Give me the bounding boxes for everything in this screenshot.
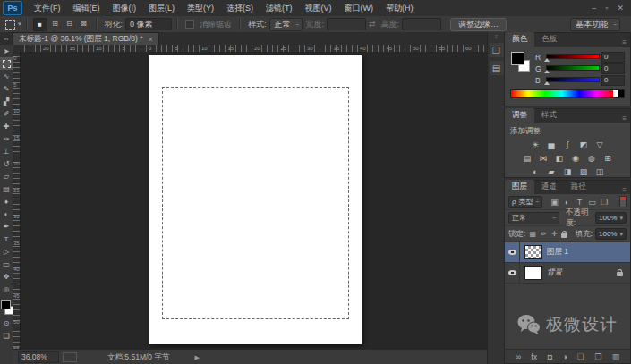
properties-panel-icon[interactable]: ▤ (490, 61, 504, 75)
lock-transparency-icon[interactable]: ▦ (528, 230, 537, 238)
menu-item[interactable]: 视图(V) (299, 0, 338, 16)
channel-slider[interactable] (546, 76, 598, 85)
layers-tab[interactable]: 图层 (505, 180, 534, 194)
rectangle-tool[interactable]: ▭ (0, 258, 13, 270)
gradient-map-icon[interactable]: ▨ (578, 166, 590, 177)
swap-dimensions-icon[interactable]: ⇄ (369, 20, 376, 29)
layer-thumbnail[interactable] (524, 245, 542, 259)
layer-thumbnail[interactable] (524, 266, 542, 280)
quick-mask-button[interactable]: ⊙ (0, 317, 13, 329)
slider-thumb-icon[interactable] (544, 81, 550, 85)
layer-style-icon[interactable]: fx (531, 352, 537, 361)
height-input[interactable] (402, 18, 441, 30)
crop-tool[interactable]: ▞ (0, 95, 13, 107)
hue-saturation-icon[interactable]: ▤ (522, 153, 533, 164)
zoom-level-field[interactable]: 36.08% (18, 351, 59, 363)
add-to-selection-icon[interactable]: ⊞ (49, 18, 62, 30)
filter-adjustment-layers-icon[interactable]: ◐ (561, 198, 572, 207)
hand-tool[interactable]: ✥ (0, 270, 13, 283)
screen-mode-button[interactable]: ❏ (0, 329, 13, 342)
lasso-tool[interactable]: ∿ (0, 70, 13, 82)
black-white-icon[interactable]: ◧ (554, 153, 566, 164)
path-selection-tool[interactable]: ▷ (0, 245, 13, 258)
feather-input[interactable]: 0 像素 (125, 18, 172, 30)
lock-all-icon[interactable] (561, 233, 567, 238)
menu-item[interactable]: 帮助(H) (379, 0, 420, 16)
style-select[interactable]: 正常 ÷ (269, 18, 303, 31)
gradient-tool[interactable]: ▤ (0, 182, 13, 195)
layers-tab[interactable]: 路径 (564, 180, 593, 194)
dock-grip-icon[interactable]: ≡ (495, 32, 499, 41)
selective-color-icon[interactable]: ◫ (594, 166, 606, 177)
history-panel-icon[interactable]: ❒ (490, 43, 504, 57)
slider-thumb-icon[interactable] (544, 70, 550, 73)
menu-item[interactable]: 文件(F) (28, 0, 67, 16)
visibility-toggle[interactable] (505, 263, 520, 283)
menu-item[interactable]: 滤镜(T) (260, 0, 299, 16)
color-lookup-icon[interactable]: ⊞ (602, 153, 614, 164)
eraser-tool[interactable]: ▱ (0, 170, 13, 182)
lock-paint-icon[interactable]: ✏ (539, 230, 548, 238)
panel-menu-icon[interactable]: ≡ (618, 38, 630, 47)
add-layer-mask-icon[interactable]: ◘ (548, 352, 552, 361)
new-adjustment-layer-icon[interactable]: ◑ (562, 352, 567, 361)
foreground-color-swatch[interactable] (511, 52, 524, 65)
channel-slider[interactable] (546, 53, 598, 62)
menu-item[interactable]: 选择(S) (220, 0, 260, 16)
document-canvas[interactable] (149, 55, 362, 344)
menu-item[interactable]: 类型(Y) (181, 0, 220, 16)
width-input[interactable] (327, 18, 366, 30)
slider-thumb-icon[interactable] (544, 58, 550, 62)
close-icon[interactable]: ✕ (617, 4, 624, 13)
antialias-checkbox[interactable] (185, 20, 194, 29)
dodge-tool[interactable]: ◐ (0, 207, 13, 220)
close-tab-icon[interactable]: × (149, 35, 153, 44)
new-selection-icon[interactable]: ■ (33, 18, 47, 31)
canvas-viewport[interactable] (20, 52, 487, 349)
threshold-icon[interactable]: ◨ (562, 166, 574, 177)
filter-type-layers-icon[interactable]: T (574, 198, 584, 207)
new-layer-icon[interactable]: ❐ (594, 352, 601, 361)
menu-item[interactable]: 编辑(E) (67, 0, 107, 16)
vibrance-icon[interactable]: ▽ (594, 140, 606, 150)
intersect-selection-icon[interactable]: ⊠ (78, 18, 90, 30)
refine-edge-button[interactable]: 调整边缘… (450, 18, 507, 31)
blend-mode-select[interactable]: 正常 ÷ (508, 212, 559, 224)
black-swatch[interactable] (618, 90, 624, 97)
clone-stamp-tool[interactable]: ⊥ (0, 145, 13, 157)
opacity-field[interactable]: 100% ▾ (595, 212, 627, 224)
posterize-icon[interactable]: ▰ (546, 166, 558, 177)
channel-value-field[interactable]: 0 (601, 52, 625, 63)
menu-item[interactable]: 窗口(W) (338, 0, 380, 16)
color-balance-icon[interactable]: ⋈ (538, 153, 550, 164)
channel-mixer-icon[interactable]: ◍ (586, 153, 598, 164)
channel-value-field[interactable]: 0 (601, 63, 625, 74)
blur-tool[interactable]: ♦ (0, 195, 13, 207)
workspace-select[interactable]: 基本功能 ÷ (570, 18, 620, 31)
status-options-arrow-icon[interactable]: ▶ (194, 354, 199, 361)
panel-menu-icon[interactable]: ≡ (618, 114, 630, 123)
menu-item[interactable]: 图像(I) (107, 0, 143, 16)
layer-row[interactable]: 背景 (505, 263, 630, 284)
channel-value-field[interactable]: 0 (601, 75, 625, 86)
subtract-from-selection-icon[interactable]: ⊟ (64, 18, 76, 30)
fill-field[interactable]: 100% ▾ (595, 228, 627, 240)
type-tool[interactable]: T (0, 233, 13, 245)
link-layers-icon[interactable]: ∞ (516, 352, 521, 361)
visibility-toggle[interactable] (505, 242, 520, 262)
layer-row[interactable]: 图层 1 (505, 242, 630, 263)
pen-tool[interactable]: ✒ (0, 220, 13, 233)
levels-icon[interactable]: ▅ (546, 140, 558, 150)
marquee-selection[interactable] (162, 87, 349, 319)
layer-filter-toggle[interactable] (619, 196, 627, 207)
color-spectrum-ramp[interactable] (510, 89, 625, 98)
foreground-color-swatch[interactable] (1, 300, 11, 309)
spectrum-gradient[interactable] (511, 90, 613, 97)
move-tool[interactable]: ➤ (0, 45, 13, 57)
filter-kind-select[interactable]: ρ 类型 ÷ (508, 196, 542, 208)
lock-position-icon[interactable]: ✛ (550, 230, 559, 238)
history-brush-tool[interactable]: ↺ (0, 157, 13, 170)
eyedropper-tool[interactable]: ✐ (0, 107, 13, 120)
document-tab[interactable]: 未标题-1 @ 36.1% (图层 1, RGB/8) * × (13, 32, 159, 45)
brush-tool[interactable]: ✑ (0, 132, 13, 145)
